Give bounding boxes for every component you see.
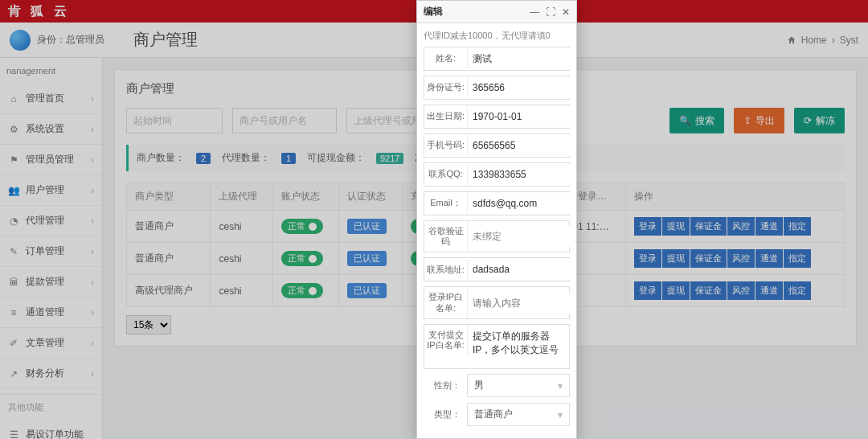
modal-hint: 代理ID减去10000，无代理请填0 [424, 27, 570, 47]
modal-body[interactable]: 代理ID减去10000，无代理请填0 姓名: 身份证号: 出生日期: 手机号码:… [417, 23, 576, 438]
gender-select[interactable]: 男▾ [467, 374, 570, 397]
idno-field[interactable] [468, 77, 576, 98]
birth-field[interactable] [468, 106, 576, 127]
email-field[interactable] [468, 193, 576, 214]
minimize-icon[interactable]: — [530, 6, 539, 18]
payip-field[interactable]: 提交订单的服务器IP，多个以英文逗号 [468, 325, 569, 368]
ipwl-field[interactable] [468, 293, 576, 314]
name-field[interactable] [468, 48, 576, 69]
modal-title: 编辑 [424, 5, 443, 18]
api-label: 代付API接口状态： [424, 432, 570, 438]
qq-field[interactable] [468, 164, 576, 185]
edit-modal: 编辑 — ⛶ ✕ 代理ID减去10000，无代理请填0 姓名: 身份证号: 出生… [416, 0, 577, 439]
type-select[interactable]: 普通商户▾ [467, 403, 570, 426]
maximize-icon[interactable]: ⛶ [546, 6, 555, 18]
modal-header: 编辑 — ⛶ ✕ [417, 1, 576, 23]
close-icon[interactable]: ✕ [562, 6, 570, 18]
chevron-down-icon: ▾ [558, 409, 563, 421]
chevron-down-icon: ▾ [558, 380, 563, 392]
phone-field[interactable] [468, 135, 576, 156]
addr-field[interactable] [468, 259, 576, 280]
ga-field [468, 226, 576, 247]
